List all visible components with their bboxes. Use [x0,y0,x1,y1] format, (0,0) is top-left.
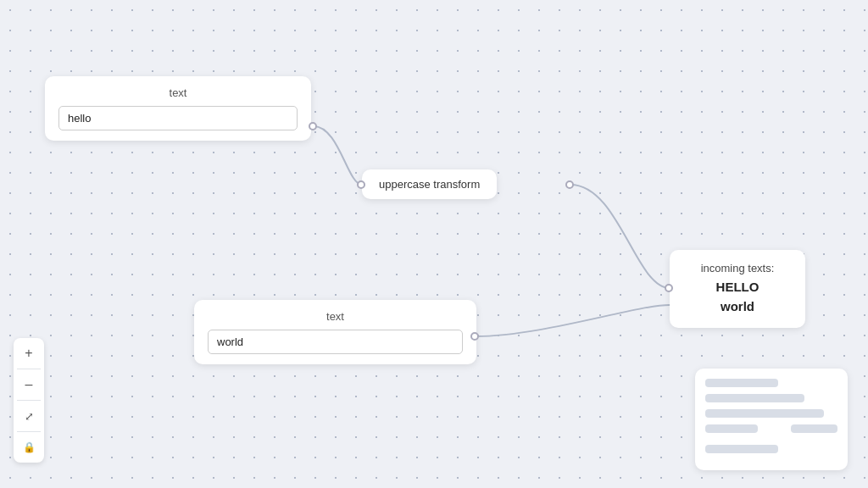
text-node-2-input[interactable] [208,330,463,354]
preview-line-3 [705,409,824,418]
text-node-1-input[interactable] [58,106,298,130]
toolbar: + – ⤢ 🔒 [14,338,44,463]
preview-line-2 [705,394,804,402]
text-node-1: text [45,76,311,141]
transform-node: uppercase transform [362,169,497,199]
output-value-hello: HELLO [687,278,788,297]
preview-line-6 [705,445,778,453]
transform-input-dot [357,180,365,189]
output-input-dot [665,284,673,292]
preview-line-1 [705,379,778,387]
node-2-output-dot [470,332,479,341]
toolbar-divider-3 [17,431,41,432]
zoom-in-button[interactable]: + [17,341,41,365]
zoom-out-button[interactable]: – [17,373,41,396]
preview-line-5 [791,424,837,433]
output-value-world: world [687,297,788,317]
output-node: incoming texts: HELLO world [670,250,805,328]
output-node-values: HELLO world [687,278,788,316]
text-node-2-label: text [208,310,463,323]
output-node-label: incoming texts: [687,262,788,274]
preview-node [695,369,848,470]
node-1-output-dot [309,122,317,130]
preview-line-4 [705,424,758,433]
text-node-2: text [194,300,476,364]
toolbar-divider-2 [17,400,41,401]
toolbar-divider-1 [17,369,41,369]
fit-button[interactable]: ⤢ [17,404,41,428]
lock-button[interactable]: 🔒 [17,435,41,459]
transform-node-label: uppercase transform [379,178,480,191]
transform-output-dot [565,180,574,189]
text-node-1-label: text [58,86,298,99]
